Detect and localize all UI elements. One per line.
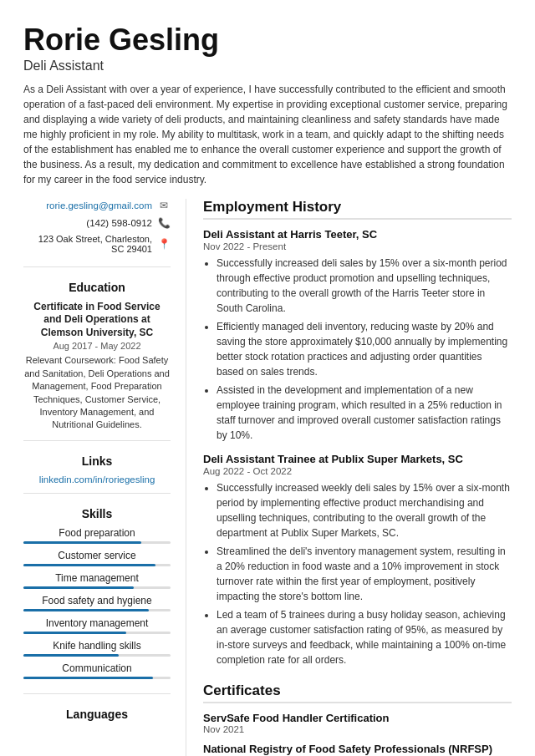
education-degree: Certificate in Food Service and Deli Ope… [23,301,171,340]
certificate-entry: ServSafe Food Handler Certification Nov … [203,712,512,734]
skill-name: Inventory management [23,617,171,629]
cert-name: ServSafe Food Handler Certification [203,712,512,724]
skill-name: Customer service [23,550,171,561]
skills-title: Skills [23,507,171,520]
skill-bar-fill [23,609,149,611]
education-section: Education Certificate in Food Service an… [23,281,171,441]
links-title: Links [23,454,171,468]
job-bullets: Successfully increased weekly deli sales… [203,480,512,667]
certificates-section: Certificates ServSafe Food Handler Certi… [203,682,512,756]
education-coursework: Relevant Coursework: Food Safety and San… [23,354,171,431]
phone-text: (142) 598-0912 [86,218,152,228]
email-link[interactable]: rorie.gesling@gmail.com [46,200,152,211]
contact-phone: (142) 598-0912 📞 [23,216,171,230]
email-icon: ✉ [157,199,171,212]
skill-bar-fill [23,586,134,589]
header: Rorie Gesling Deli Assistant [23,23,512,74]
linkedin-link[interactable]: linkedin.com/in/roriegesling [23,474,171,485]
candidate-name: Rorie Gesling [23,23,512,57]
contact-email: rorie.gesling@gmail.com ✉ [23,199,171,212]
job-bullet: Streamlined the deli's inventory managem… [217,544,512,604]
skill-item: Inventory management [23,617,171,634]
skill-item: Food safety and hygiene [23,595,171,611]
skill-name: Knife handling skills [23,640,171,652]
job-entry: Deli Assistant at Harris Teeter, SC Nov … [203,228,512,443]
employment-title: Employment History [203,199,512,220]
skill-bar-bg [23,677,171,679]
skill-bar-bg [23,632,171,634]
left-column: rorie.gesling@gmail.com ✉ (142) 598-0912… [23,199,186,756]
job-entry: Deli Assistant Trainee at Publix Super M… [203,453,512,667]
skill-bar-fill [23,541,141,544]
job-bullet: Successfully increased deli sales by 15%… [217,256,512,316]
skill-item: Customer service [23,550,171,566]
cert-name: National Registry of Food Safety Profess… [203,743,512,756]
job-bullet: Assisted in the development and implemen… [217,383,512,443]
job-bullet: Led a team of 5 trainees during a busy h… [217,607,512,667]
certificates-title: Certificates [203,682,512,703]
skills-section: Skills Food preparation Customer service… [23,507,171,694]
skill-bar-bg [23,564,171,566]
education-dates: Aug 2017 - May 2022 [23,341,171,351]
job-bullet: Successfully increased weekly deli sales… [217,480,512,540]
cert-date: Nov 2021 [203,724,512,734]
skill-item: Knife handling skills [23,640,171,657]
skill-item: Communication [23,662,171,679]
skill-name: Food safety and hygiene [23,595,171,606]
contact-address: 123 Oak Street, Charleston, SC 29401 📍 [23,234,171,254]
links-section: Links linkedin.com/in/roriegesling [23,454,171,494]
skill-name: Communication [23,662,171,674]
languages-title: Languages [23,708,171,721]
job-title: Deli Assistant at Harris Teeter, SC [203,228,512,241]
job-date: Nov 2022 - Present [203,241,512,251]
contact-section: rorie.gesling@gmail.com ✉ (142) 598-0912… [23,199,171,267]
skill-item: Food preparation [23,527,171,544]
skill-bar-fill [23,654,119,657]
summary-text: As a Deli Assistant with over a year of … [23,82,512,187]
skill-bar-bg [23,586,171,589]
skill-name: Food preparation [23,527,171,539]
skill-item: Time management [23,572,171,589]
candidate-title: Deli Assistant [23,58,512,74]
employment-section: Employment History Deli Assistant at Har… [203,199,512,667]
certificate-entry: National Registry of Food Safety Profess… [203,743,512,756]
skill-bar-bg [23,541,171,544]
location-icon: 📍 [157,237,171,251]
job-date: Aug 2022 - Oct 2022 [203,466,512,476]
skill-bar-fill [23,564,155,566]
skill-bar-fill [23,632,126,634]
education-title: Education [23,281,171,294]
skill-bar-bg [23,609,171,611]
skill-bar-fill [23,677,153,679]
languages-section: Languages [23,708,171,734]
job-title: Deli Assistant Trainee at Publix Super M… [203,453,512,465]
right-column: Employment History Deli Assistant at Har… [186,199,512,756]
job-bullet: Efficiently managed deli inventory, redu… [217,319,512,379]
job-bullets: Successfully increased deli sales by 15%… [203,256,512,443]
skill-bar-bg [23,654,171,657]
address-text: 123 Oak Street, Charleston, SC 29401 [23,234,152,254]
phone-icon: 📞 [157,216,171,230]
skill-name: Time management [23,572,171,584]
